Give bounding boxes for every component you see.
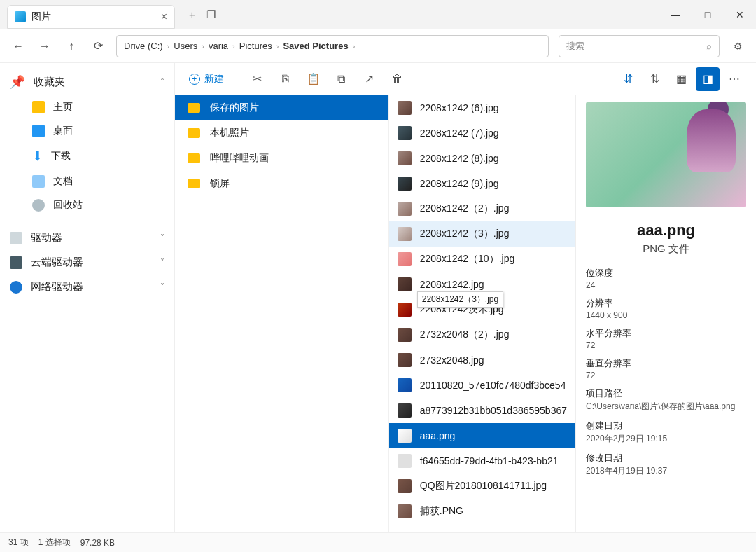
file-thumb-icon xyxy=(398,378,412,392)
file-row[interactable]: f64655dd-79dd-4fb1-b423-bb21 xyxy=(389,448,575,474)
sidebar-drives-header[interactable]: 驱动器 ˅ xyxy=(0,226,174,250)
chevron-right-icon: › xyxy=(202,42,204,50)
file-row[interactable]: 2208x1242 (9).jpg xyxy=(389,171,575,196)
file-thumb-icon xyxy=(398,454,412,468)
sidebar-item-desktop[interactable]: 桌面 xyxy=(0,119,174,143)
folder-icon xyxy=(188,179,200,188)
breadcrumb-item-current[interactable]: Saved Pictures xyxy=(283,41,348,51)
folder-row[interactable]: 锁屏 xyxy=(175,171,388,196)
statusbar: 31 项 1 选择项 97.28 KB xyxy=(0,532,756,552)
document-icon xyxy=(32,175,45,188)
recycle-icon xyxy=(32,199,45,212)
sidebar-favorites-header[interactable]: 📌 收藏夹 ˄ xyxy=(0,69,174,95)
file-thumb-icon xyxy=(398,126,412,140)
sidebar-item-recycle[interactable]: 回收站 xyxy=(0,193,174,217)
folder-row[interactable]: 哔哩哔哩动画 xyxy=(175,146,388,171)
copy-button[interactable]: ⎘ xyxy=(274,67,298,91)
folder-icon xyxy=(188,153,200,163)
sidebar-network-header[interactable]: 网络驱动器 ˅ xyxy=(0,275,174,299)
chevron-down-icon: ˅ xyxy=(160,282,164,292)
rename-button[interactable]: ⧉ xyxy=(330,67,354,91)
detail-value: 1440 x 900 xyxy=(586,310,746,320)
cloud-icon xyxy=(10,256,22,269)
details-pane-button[interactable]: ◨ xyxy=(696,67,720,91)
file-row[interactable]: 2208x1242 (8).jpg xyxy=(389,146,575,171)
chevron-right-icon: › xyxy=(232,42,235,50)
pictures-icon xyxy=(15,11,26,22)
file-row[interactable]: 2208x1242（3）.jpg xyxy=(389,221,575,247)
breadcrumb-item[interactable]: Users xyxy=(174,41,197,51)
file-row-selected[interactable]: aaa.png xyxy=(389,423,575,448)
tab-actions: + ❐ xyxy=(189,8,216,21)
file-row[interactable]: 20110820_57e10fc7480df3bce54 xyxy=(389,373,575,398)
file-row[interactable]: 2208x1242 (7).jpg xyxy=(389,120,575,146)
details-type: PNG 文件 xyxy=(586,242,746,256)
file-row[interactable]: a8773912b31bb051d386595b367 xyxy=(389,398,575,423)
chevron-right-icon: › xyxy=(353,42,356,50)
breadcrumb-item[interactable]: Pictures xyxy=(239,41,272,51)
minimize-button[interactable]: — xyxy=(659,0,692,29)
file-thumb-icon xyxy=(398,303,412,317)
search-icon: ⌕ xyxy=(706,41,712,51)
file-row[interactable]: 2732x2048（2）.jpg xyxy=(389,322,575,347)
file-row[interactable]: 2208x1242（10）.jpg xyxy=(389,247,575,272)
file-thumb-icon xyxy=(398,504,412,518)
file-row[interactable]: 2208x1242（2）.jpg xyxy=(389,196,575,221)
group-button[interactable]: ▦ xyxy=(669,67,693,91)
file-row[interactable]: QQ图片20180108141711.jpg xyxy=(389,474,575,499)
content-area: + 新建 ✂ ⎘ 📋 ⧉ ↗ 🗑 ⇵ ⇅ ▦ ◨ ⋯ 保存的图片 本机照片 xyxy=(175,63,756,532)
cut-button[interactable]: ✂ xyxy=(246,67,270,91)
new-button[interactable]: + 新建 xyxy=(185,70,228,88)
detail-value: 72 xyxy=(586,340,746,350)
paste-button[interactable]: 📋 xyxy=(302,67,326,91)
browser-tab[interactable]: 图片 × xyxy=(7,5,175,29)
close-window-button[interactable]: ✕ xyxy=(724,0,756,29)
file-thumb-icon xyxy=(398,479,412,493)
forward-button[interactable]: → xyxy=(36,38,53,55)
folder-pane: 保存的图片 本机照片 哔哩哔哩动画 锁屏 xyxy=(175,95,388,532)
close-tab-icon[interactable]: × xyxy=(161,11,167,23)
more-button[interactable]: ⋯ xyxy=(722,67,746,91)
drive-icon xyxy=(10,232,22,244)
sort-button[interactable]: ⇵ xyxy=(616,67,640,91)
detail-value: 24 xyxy=(586,280,746,290)
maximize-button[interactable]: □ xyxy=(692,0,724,29)
tab-overview-icon[interactable]: ❐ xyxy=(206,8,216,21)
delete-button[interactable]: 🗑 xyxy=(386,67,410,91)
file-thumb-icon xyxy=(398,177,412,191)
breadcrumb[interactable]: Drive (C:)› Users› varia› Pictures› Save… xyxy=(116,35,549,57)
status-size: 97.28 KB xyxy=(80,538,115,548)
sidebar-favorites-label: 收藏夹 xyxy=(34,76,65,89)
search-input[interactable]: 搜索 ⌕ xyxy=(559,35,720,57)
breadcrumb-item[interactable]: varia xyxy=(209,41,228,51)
share-button[interactable]: ↗ xyxy=(358,67,382,91)
details-pane: aaa.png PNG 文件 位深度24 分辨率1440 x 900 水平分辨率… xyxy=(575,95,756,532)
tooltip: 2208x1242（3）.jpg xyxy=(417,291,503,308)
plus-icon: + xyxy=(189,74,200,85)
file-row[interactable]: 2732x2048.jpg xyxy=(389,347,575,373)
detail-label: 项目路径 xyxy=(586,387,746,400)
chevron-right-icon: › xyxy=(167,42,170,50)
sidebar-item-documents[interactable]: 文档 xyxy=(0,170,174,193)
status-count: 31 项 xyxy=(8,537,29,548)
file-row[interactable]: 2208x1242 (6).jpg xyxy=(389,95,575,120)
separator xyxy=(237,71,237,87)
folder-row[interactable]: 保存的图片 xyxy=(175,95,388,120)
network-icon xyxy=(10,281,22,294)
folder-icon xyxy=(188,103,200,113)
view-button[interactable]: ⇅ xyxy=(643,67,666,91)
breadcrumb-item[interactable]: Drive (C:) xyxy=(124,41,163,51)
details-title: aaa.png xyxy=(586,221,746,240)
chevron-down-icon: ˅ xyxy=(160,258,164,268)
file-thumb-icon xyxy=(398,202,412,216)
settings-icon[interactable]: ⚙ xyxy=(729,41,746,52)
sidebar-item-downloads[interactable]: ⬇下载 xyxy=(0,143,174,170)
refresh-button[interactable]: ⟳ xyxy=(90,38,106,55)
new-tab-button[interactable]: + xyxy=(189,8,195,21)
folder-row[interactable]: 本机照片 xyxy=(175,120,388,146)
sidebar-item-home[interactable]: 主页 xyxy=(0,95,174,119)
sidebar-cloud-header[interactable]: 云端驱动器 ˅ xyxy=(0,250,174,275)
up-button[interactable]: ↑ xyxy=(63,38,80,55)
back-button[interactable]: ← xyxy=(10,38,27,55)
file-row[interactable]: 捕获.PNG xyxy=(389,499,575,524)
